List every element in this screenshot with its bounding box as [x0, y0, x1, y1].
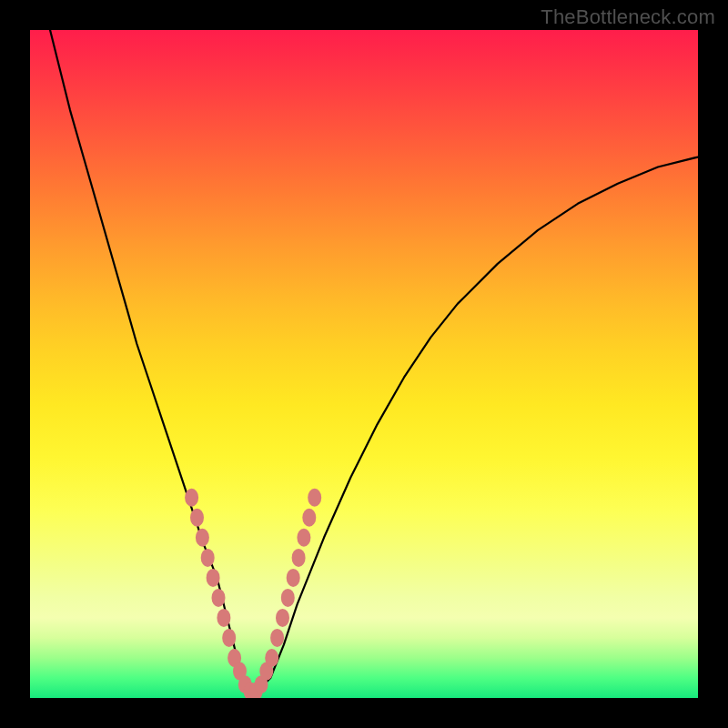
watermark-text: TheBottleneck.com [541, 5, 715, 29]
highlight-dot [297, 529, 310, 547]
highlight-dot [222, 629, 236, 647]
highlight-dot [265, 649, 278, 667]
plot-area [30, 30, 698, 698]
highlight-dot [212, 589, 226, 607]
chart-svg [30, 30, 698, 698]
highlight-dot [287, 569, 300, 587]
highlight-dot [270, 629, 284, 647]
highlight-dot [196, 529, 209, 547]
curve-layer [44, 30, 698, 692]
highlight-dot [276, 609, 289, 627]
highlight-dot [201, 549, 215, 567]
highlight-dot [281, 589, 295, 607]
highlight-dot [190, 509, 204, 527]
highlight-dot [308, 489, 321, 507]
highlight-dot [207, 569, 220, 587]
highlight-dot [302, 509, 316, 527]
chart-frame: TheBottleneck.com [0, 0, 728, 728]
highlight-dot [217, 609, 230, 627]
highlight-dot [185, 489, 198, 507]
bottleneck-curve [44, 30, 698, 692]
highlight-dot [292, 549, 306, 567]
